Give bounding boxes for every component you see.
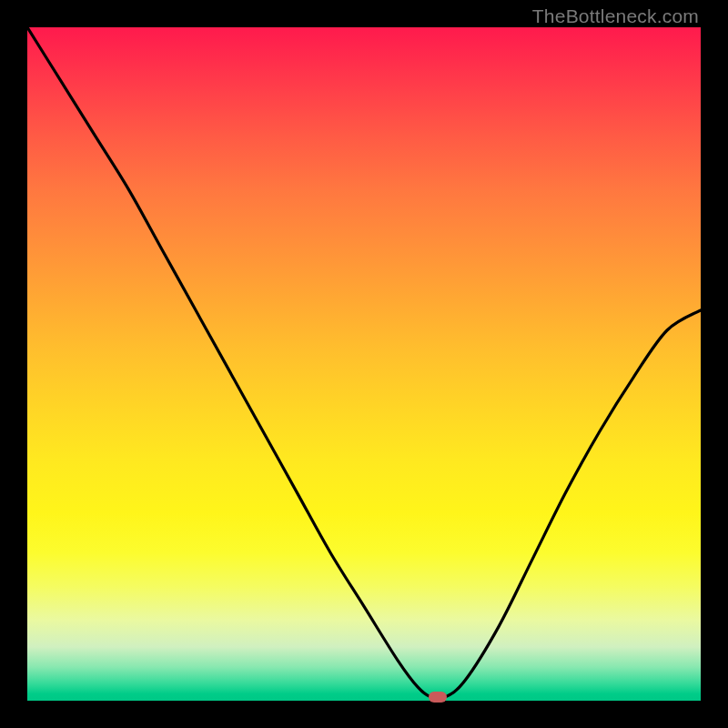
optimal-point-marker: [429, 692, 447, 703]
chart-frame: TheBottleneck.com: [0, 0, 728, 728]
watermark-text: TheBottleneck.com: [532, 5, 699, 27]
plot-area: [27, 27, 701, 701]
bottleneck-curve: [27, 27, 701, 701]
